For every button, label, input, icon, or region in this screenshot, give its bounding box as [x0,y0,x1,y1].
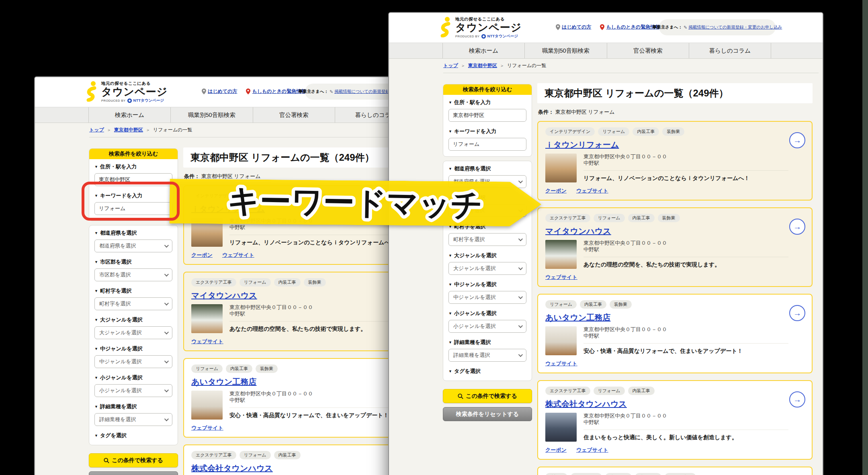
card-link[interactable]: ウェブサイト [545,274,577,281]
filter-select[interactable]: 町村字を選択 [448,233,526,246]
breadcrumb-item: リフォームの一覧 [507,62,546,69]
pencil-icon: ✎ [684,25,687,30]
reset-button[interactable]: 検索条件をリセットする [443,407,532,421]
search-button[interactable]: この条件で検索する [443,389,532,403]
business-name-link[interactable]: 株式会社タウンハウス [191,463,273,474]
business-name-link[interactable]: ｉタウンリフォーム [545,139,619,150]
category-tag: 内装工事 [628,214,655,222]
nav-item[interactable]: 職業別50音順検索 [524,43,606,58]
business-photo [191,304,223,333]
triangle-down-icon: ▼ [94,260,98,264]
open-detail-button[interactable]: → [789,391,805,407]
filter-select[interactable]: 都道府県を選択 [94,240,172,252]
filter-select[interactable]: 大ジャンルを選択 [448,262,526,275]
business-name-link[interactable]: マイタウンハウス [545,226,611,237]
filter-select[interactable]: 詳細業種を選択 [448,349,526,362]
card-link[interactable]: クーポン [191,252,213,259]
condition-label: 条件： [538,109,554,115]
card-link[interactable]: ウェブサイト [576,446,608,454]
card-link[interactable]: ウェブサイト [576,187,608,195]
select-placeholder: 大ジャンルを選択 [99,329,142,336]
card-link[interactable]: ウェブサイト [545,360,577,367]
beginner-link[interactable]: はじめての方 [562,24,591,31]
chevron-down-icon [518,266,523,270]
category-tag: 装飾業 [662,127,684,136]
breadcrumb-link[interactable]: 東京都中野区 [114,127,143,133]
card-link[interactable]: クーポン [545,446,567,454]
chevron-down-icon [164,272,169,276]
nav-item[interactable]: 官公署検索 [253,107,335,123]
beginner-link[interactable]: はじめての方 [208,88,237,95]
select-placeholder: 町村字を選択 [453,236,485,243]
open-detail-button[interactable]: → [789,305,805,321]
business-photo [545,413,577,442]
chevron-down-icon [518,323,523,328]
result-card: エクステリア工事リフォーム内装工事 → 株式会社タウンハウス 東京都中野区中央０… [537,380,813,460]
breadcrumb-item: リフォームの一覧 [153,127,192,133]
category-tag: エクステリア工事 [545,214,590,222]
owner-registration-link[interactable]: 掲載情報についての新規登録・変更のお申し込み [688,25,782,30]
breadcrumb-link[interactable]: 東京都中野区 [468,63,497,68]
select-placeholder: 詳細業種を選択 [99,416,136,423]
nav-item[interactable]: 検索ホーム [88,107,170,123]
business-name-link[interactable]: あいタウン工務店 [191,377,256,387]
filter-select[interactable]: 詳細業種を選択 [94,413,172,426]
open-detail-button[interactable]: → [789,132,805,148]
filter-select-section: ▼詳細業種を選択 詳細業種を選択 [94,403,172,426]
page-title-box: 東京都中野区 リフォームの一覧（249件） [537,83,813,103]
select-placeholder: 小ジャンルを選択 [99,387,142,394]
filter-label: ▼タグを選択 [448,368,526,375]
breadcrumb-link[interactable]: リフォームの一覧 [507,63,546,68]
open-detail-button[interactable]: → [789,219,805,235]
triangle-down-icon: ▼ [448,369,452,373]
filter-select[interactable]: 町村字を選択 [94,297,172,310]
category-tag: 内装工事 [226,364,252,373]
search-button[interactable]: この条件で検索する [89,453,178,467]
business-station: 中野駅 [583,333,788,339]
filter-label-text: 中ジャンルを選択 [100,345,143,352]
filter-select[interactable]: 中ジャンルを選択 [94,355,172,368]
business-name-link[interactable]: 株式会社タウンハウス [545,399,627,409]
filter-label-text: 市区郡を選択 [100,258,131,266]
card-link[interactable]: クーポン [545,187,567,195]
reset-button[interactable]: 検索条件をリセットする [89,471,178,475]
filter-select-section: ▼小ジャンルを選択 小ジャンルを選択 [94,374,172,397]
breadcrumb-link[interactable]: トップ [443,63,458,68]
card-info: 東京都中野区中央０丁目００－００ 中野駅 住まいをもっと快適に、美しく。新しい価… [583,413,805,442]
filter-label-text: 詳細業種を選択 [100,403,137,410]
nav-item[interactable]: 検索ホーム [442,43,524,58]
filter-select[interactable]: 中ジャンルを選択 [448,291,526,304]
produced-by-label: PRODUCED BY [101,99,126,102]
nav-item[interactable]: 暮らしのコラム [689,43,771,58]
townpage-logo[interactable]: 地元の探せるここにある タウンページ PRODUCED BY NTTタウンページ [84,81,168,103]
nav-item[interactable]: 職業別50音順検索 [170,107,252,123]
card-link[interactable]: ウェブサイト [191,338,223,345]
triangle-down-icon: ▼ [448,100,452,104]
triangle-down-icon: ▼ [448,129,452,133]
filter-select[interactable]: 市区郡を選択 [94,268,172,281]
triangle-down-icon: ▼ [94,347,98,351]
divider [443,73,819,73]
filter-select[interactable]: 大ジャンルを選択 [94,326,172,339]
keyword-match-banner: キーワードマッチ [170,180,541,225]
card-link[interactable]: ウェブサイト [222,252,254,259]
result-card: エクステリア工事リフォーム内装工事装飾業 → マイタウンハウス 東京都中野区中央… [537,207,813,287]
business-name-link[interactable]: あいタウン工務店 [545,312,610,323]
filter-select[interactable]: 小ジャンルを選択 [94,384,172,397]
nav-item[interactable]: 官公署検索 [607,43,689,58]
filter-text-input[interactable] [448,138,526,151]
filter-text-input[interactable] [448,109,526,122]
pencil-icon: ✎ [330,89,333,94]
breadcrumb-link[interactable]: リフォームの一覧 [153,127,192,133]
business-name-link[interactable]: マイタウンハウス [191,290,257,301]
category-tag: リフォーム [545,300,577,309]
breadcrumb-link[interactable]: トップ [89,127,104,133]
category-tag: エクステリア工事 [191,278,236,287]
filter-select-section: ▼小ジャンルを選択 小ジャンルを選択 [448,310,526,333]
card-link[interactable]: ウェブサイト [191,424,223,432]
townpage-logo[interactable]: 地元の探せるここにある タウンページ PRODUCED BY NTTタウンページ [438,16,522,39]
card-links: ウェブサイト [191,338,223,345]
category-tag: 内装工事 [274,278,301,287]
card-links: クーポンウェブサイト [545,446,608,454]
filter-select[interactable]: 小ジャンルを選択 [448,320,526,333]
